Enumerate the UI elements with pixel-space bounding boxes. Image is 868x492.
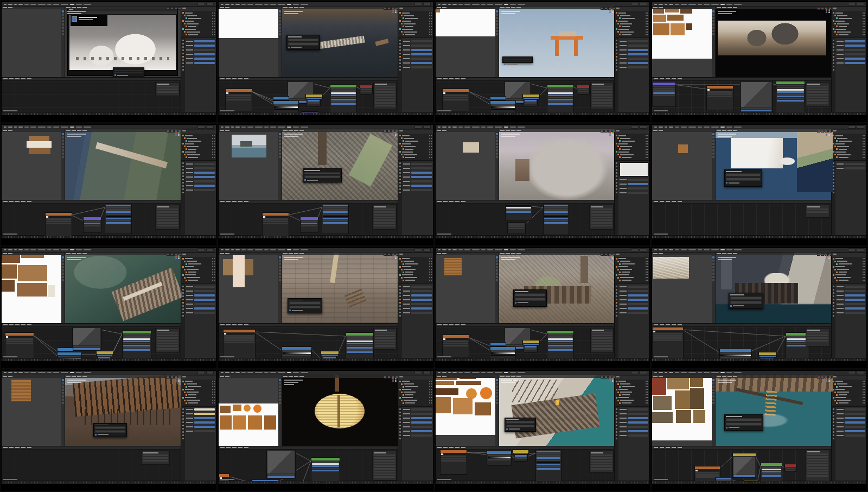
viewport-menu[interactable]	[82, 376, 87, 377]
texture-tile[interactable]	[475, 402, 491, 415]
render-icon[interactable]	[214, 266, 215, 267]
properties-tab-icon[interactable]	[182, 175, 184, 177]
property-slider[interactable]	[194, 430, 215, 432]
app-menubar[interactable]	[652, 371, 866, 375]
node-canvas[interactable]	[2, 81, 182, 112]
property-slider[interactable]	[194, 180, 215, 182]
node-row[interactable]	[443, 94, 468, 96]
node-canvas[interactable]	[652, 204, 833, 235]
properties-tab-icon[interactable]	[833, 438, 834, 439]
navigation-gizmo[interactable]	[609, 378, 614, 382]
shading-mode-icon[interactable]	[384, 253, 387, 256]
eye-icon[interactable]	[212, 381, 213, 382]
property-slider[interactable]	[845, 417, 865, 419]
shader-editor-menu[interactable]	[443, 447, 448, 448]
property-slider[interactable]	[628, 286, 648, 288]
eye-icon[interactable]	[212, 15, 213, 16]
menu-item[interactable]	[448, 249, 451, 250]
property-slider[interactable]	[194, 45, 215, 47]
shader-editor-menu[interactable]	[9, 447, 14, 448]
node-row[interactable]	[347, 343, 373, 344]
node-color-row[interactable]	[6, 336, 33, 338]
node-canvas[interactable]	[2, 327, 182, 358]
render-icon[interactable]	[431, 402, 432, 403]
node-color-row[interactable]	[226, 92, 251, 94]
shader-editor-menu[interactable]	[15, 201, 20, 202]
shader-node-yellow[interactable]	[743, 480, 758, 481]
visibility-toggles[interactable]	[212, 149, 215, 150]
outliner[interactable]	[181, 253, 216, 284]
eye-icon[interactable]	[646, 26, 647, 27]
tool-icon[interactable]	[496, 23, 498, 26]
eye-icon[interactable]	[646, 141, 647, 142]
tool-icon[interactable]	[279, 269, 281, 272]
shading-mode-icon[interactable]	[604, 130, 608, 133]
eye-icon[interactable]	[646, 23, 647, 24]
viewport-tool-column[interactable]	[278, 375, 282, 446]
node-canvas[interactable]	[652, 327, 833, 358]
shading-mode-icon[interactable]	[384, 376, 387, 379]
properties-tab-icon[interactable]	[833, 302, 834, 304]
shader-editor[interactable]	[652, 77, 833, 112]
visibility-toggles[interactable]	[863, 261, 865, 262]
shader-editor-menu[interactable]	[27, 78, 31, 79]
shader-node-rampW[interactable]	[719, 349, 752, 358]
workspace-tab[interactable]	[458, 372, 463, 373]
navigation-gizmo[interactable]	[392, 9, 397, 13]
render-icon[interactable]	[214, 152, 215, 153]
visibility-toggles[interactable]	[863, 26, 865, 27]
eye-icon[interactable]	[429, 146, 430, 147]
color-chip[interactable]	[653, 331, 655, 332]
app-menubar[interactable]	[436, 371, 650, 375]
menu-item[interactable]	[442, 372, 446, 373]
node-row[interactable]	[106, 218, 131, 219]
properties-tab-icon[interactable]	[833, 431, 834, 433]
properties-tab-icon[interactable]	[616, 434, 617, 436]
property-row[interactable]	[837, 434, 865, 437]
render-icon[interactable]	[431, 26, 432, 27]
node-row[interactable]	[777, 89, 804, 91]
properties-tab-icon[interactable]	[616, 40, 617, 41]
node-row[interactable]	[312, 468, 339, 469]
shader-editor-menu[interactable]	[238, 447, 242, 448]
shader-editor[interactable]	[436, 200, 616, 235]
node-editor-sidebar[interactable]	[806, 328, 830, 346]
node-row[interactable]	[707, 96, 732, 97]
visibility-toggles[interactable]	[863, 277, 865, 278]
property-slider[interactable]	[845, 413, 865, 415]
dialog-field[interactable]	[95, 426, 125, 429]
node-row[interactable]	[224, 337, 254, 339]
popup-dialog[interactable]	[502, 56, 533, 63]
node-row[interactable]	[267, 474, 295, 476]
workspace-tab[interactable]	[704, 372, 710, 373]
tool-icon[interactable]	[712, 27, 714, 29]
dialog-field[interactable]	[506, 425, 534, 427]
node-row[interactable]	[653, 94, 675, 96]
shader-node-imgtexw[interactable]	[223, 329, 256, 358]
scene-selector[interactable]	[631, 248, 639, 251]
gizmo-axis-dot[interactable]	[175, 132, 177, 134]
outliner[interactable]	[615, 129, 649, 161]
visibility-toggles[interactable]	[429, 157, 432, 158]
workspace-tab[interactable]	[464, 127, 470, 128]
render-icon[interactable]	[864, 152, 865, 153]
render-icon[interactable]	[431, 23, 432, 24]
node-row[interactable]	[252, 480, 278, 481]
shader-editor-menu[interactable]	[21, 324, 25, 325]
sidebar-row[interactable]	[375, 340, 395, 342]
menu-item[interactable]	[654, 4, 657, 5]
node-row[interactable]	[6, 340, 33, 342]
node-row[interactable]	[653, 92, 675, 94]
node-editor-sidebar[interactable]	[806, 205, 830, 218]
viewport-menu[interactable]	[516, 7, 521, 8]
menu-item[interactable]	[452, 249, 457, 250]
sidebar-row[interactable]	[375, 91, 395, 93]
workspace-tab[interactable]	[47, 249, 52, 250]
tool-icon[interactable]	[279, 382, 281, 384]
viewport-menu[interactable]	[722, 376, 726, 377]
shader-editor[interactable]	[2, 446, 182, 481]
property-slider[interactable]	[411, 176, 432, 178]
properties-tab-icon[interactable]	[616, 49, 617, 51]
workspace-tab[interactable]	[675, 127, 679, 128]
property-slider[interactable]	[845, 45, 865, 47]
